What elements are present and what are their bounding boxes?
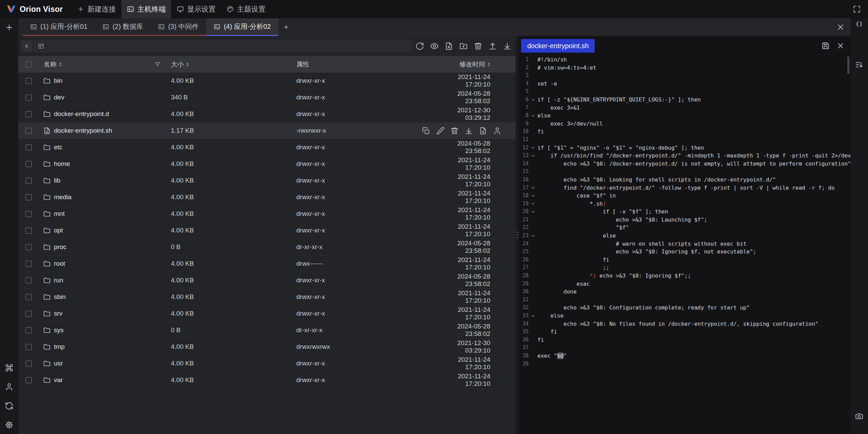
user-icon[interactable] (5, 382, 14, 391)
table-row[interactable]: root 4.00 KB drwx------ 2021-11-24 17:20… (18, 256, 516, 272)
table-row[interactable]: home 4.00 KB drwxr-xr-x 2021-11-24 17:20… (18, 156, 516, 172)
fold-toggle-icon[interactable] (529, 153, 537, 158)
sort-mtime-icon[interactable] (488, 62, 490, 67)
refresh-icon[interactable] (415, 42, 424, 51)
new-terminal-plus-icon[interactable] (5, 23, 14, 32)
terminal-tab-4[interactable]: (4) 应用-分析02 (206, 18, 278, 36)
sort-size-icon[interactable] (186, 62, 189, 67)
table-row[interactable]: run 4.00 KB drwxr-xr-x 2024-05-28 23:58:… (18, 272, 516, 289)
row-checkbox[interactable] (25, 277, 32, 284)
save-icon[interactable] (821, 41, 830, 50)
table-row[interactable]: docker-entrypoint.sh 1.17 KB -rwxrwxr-x (18, 122, 516, 139)
table-row[interactable]: docker-entrypoint.d 4.00 KB drwxr-xr-x 2… (18, 106, 516, 122)
fold-toggle-icon[interactable] (529, 314, 537, 318)
table-row[interactable]: etc 4.00 KB drwxr-xr-x 2024-05-28 23:58:… (18, 139, 516, 156)
editor-file-tab[interactable]: docker-entrypoint.sh (521, 39, 595, 53)
path-input[interactable] (47, 42, 408, 50)
row-checkbox[interactable] (25, 161, 32, 167)
file-name: usr (54, 360, 63, 367)
permission-icon[interactable] (493, 127, 501, 135)
table-row[interactable]: tmp 4.00 KB drwxrwxrwx 2021-12-30 03:29:… (18, 339, 516, 355)
back-button[interactable] (21, 40, 33, 52)
terminal-tab-1[interactable]: (1) 应用-分析01 (23, 18, 95, 36)
table-row[interactable]: opt 4.00 KB drwxr-xr-x 2021-11-24 17:20:… (18, 222, 516, 239)
row-checkbox[interactable] (25, 310, 32, 317)
row-checkbox[interactable] (25, 360, 32, 367)
table-row[interactable]: srv 4.00 KB drwxr-xr-x 2021-11-24 17:20:… (18, 305, 516, 322)
menu-item-new-connection[interactable]: 新建连接 (72, 0, 121, 18)
fold-toggle-icon[interactable] (529, 193, 537, 198)
sync-icon[interactable] (5, 401, 14, 410)
fold-toggle-icon[interactable] (529, 97, 537, 102)
delete-icon[interactable] (474, 42, 482, 51)
fullscreen-icon[interactable] (852, 5, 861, 14)
fold-toggle-icon[interactable] (529, 113, 537, 118)
file-info-icon[interactable] (479, 127, 487, 135)
settings-gear-icon[interactable] (5, 420, 14, 429)
table-row[interactable]: sys 0 B dr-xr-xr-x 2024-05-28 23:58:02 (18, 322, 516, 339)
fold-toggle-icon[interactable] (529, 185, 537, 190)
delete-icon[interactable] (450, 127, 459, 135)
row-checkbox[interactable] (25, 294, 32, 300)
file-size: 4.00 KB (171, 293, 296, 301)
menu-item-host-terminal[interactable]: 主机终端 (121, 0, 171, 18)
file-name: sbin (54, 293, 66, 301)
row-checkbox[interactable] (25, 261, 32, 267)
row-checkbox[interactable] (25, 211, 32, 217)
table-row[interactable]: proc 0 B dr-xr-xr-x 2024-05-28 23:58:02 (18, 239, 516, 256)
terminal-icon (102, 23, 109, 30)
row-checkbox[interactable] (25, 177, 32, 184)
sort-name-icon[interactable] (59, 62, 62, 67)
table-row[interactable]: mnt 4.00 KB drwxr-xr-x 2021-11-24 17:20:… (18, 206, 516, 222)
table-row[interactable]: media 4.00 KB drwxr-xr-x 2021-11-24 17:2… (18, 189, 516, 206)
braces-icon[interactable] (855, 20, 864, 29)
fold-toggle-icon[interactable] (529, 233, 537, 238)
fold-toggle-icon[interactable] (529, 209, 537, 214)
row-checkbox[interactable] (25, 144, 32, 151)
table-row[interactable]: usr 4.00 KB drwxr-xr-x 2021-11-24 17:20:… (18, 355, 516, 372)
row-checkbox[interactable] (25, 344, 32, 350)
fold-toggle-icon[interactable] (529, 201, 537, 206)
code-line: 9 exec 3>/dev/null (519, 120, 850, 128)
row-checkbox[interactable] (25, 244, 32, 250)
select-all-checkbox[interactable] (25, 61, 32, 68)
copy-icon[interactable] (422, 127, 430, 135)
row-checkbox[interactable] (25, 227, 32, 234)
fold-toggle-icon[interactable] (529, 145, 537, 150)
row-checkbox[interactable] (25, 377, 32, 383)
row-checkbox[interactable] (25, 128, 32, 134)
download-icon[interactable] (503, 42, 512, 51)
table-row[interactable]: lib 4.00 KB drwxr-xr-x 2021-11-24 17:20:… (18, 172, 516, 189)
download-icon[interactable] (465, 127, 473, 135)
menu-item-display-settings[interactable]: 显示设置 (171, 0, 221, 18)
row-checkbox[interactable] (25, 94, 32, 101)
terminal-tab-2[interactable]: (2) 数据库 (95, 18, 151, 36)
sort-lines-icon[interactable] (855, 60, 864, 69)
new-file-icon[interactable] (445, 42, 453, 51)
panel-splitter[interactable] (516, 36, 519, 434)
table-row[interactable]: var 4.00 KB drwxr-xr-x 2021-11-24 17:20:… (18, 372, 516, 389)
edit-icon[interactable] (436, 127, 445, 135)
command-icon[interactable] (5, 363, 14, 372)
screenshot-camera-icon[interactable] (855, 412, 864, 420)
new-folder-icon[interactable] (459, 42, 468, 51)
row-checkbox[interactable] (25, 78, 32, 84)
add-tab-icon[interactable] (278, 18, 294, 36)
row-checkbox[interactable] (25, 327, 32, 334)
path-bar[interactable] (34, 40, 411, 52)
preview-eye-icon[interactable] (430, 42, 439, 51)
code-editor[interactable]: 1#!/bin/sh2# vim:sw=4:ts=4:et34set -e56i… (519, 56, 850, 434)
terminal-tab-3[interactable]: (3) 中间件 (151, 18, 206, 36)
table-row[interactable]: bin 4.00 KB drwxr-xr-x 2021-11-24 17:20:… (18, 73, 516, 89)
code-line: 10fi (519, 128, 850, 136)
table-row[interactable]: dev 340 B drwxr-xr-x 2024-05-28 23:58:02 (18, 89, 516, 106)
editor-scrollbar-thumb[interactable] (847, 56, 849, 74)
row-checkbox[interactable] (25, 111, 32, 117)
filter-funnel-icon[interactable] (154, 61, 161, 68)
upload-icon[interactable] (488, 42, 497, 51)
close-icon[interactable] (836, 23, 845, 32)
close-icon[interactable] (836, 41, 845, 50)
row-checkbox[interactable] (25, 194, 32, 201)
table-row[interactable]: sbin 4.00 KB drwxr-xr-x 2021-11-24 17:20… (18, 289, 516, 305)
menu-item-theme-settings[interactable]: 主题设置 (221, 0, 271, 18)
